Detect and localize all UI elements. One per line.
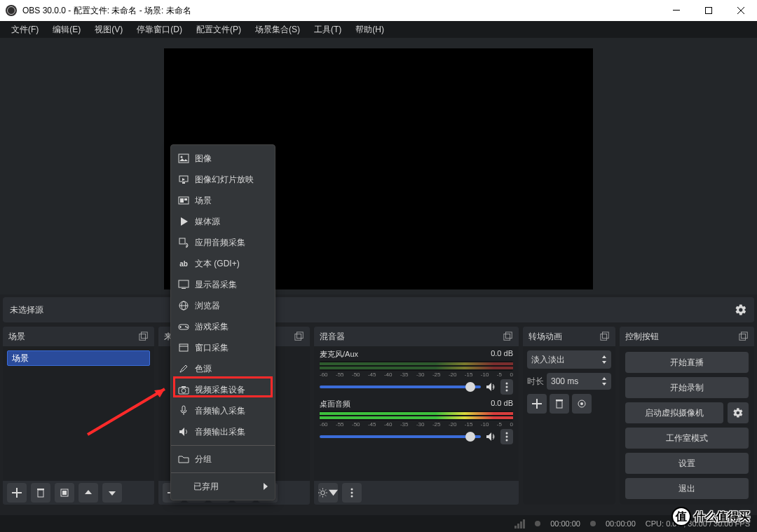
- svg-rect-49: [179, 238, 185, 244]
- start-recording-button[interactable]: 开始录制: [625, 377, 749, 398]
- svg-rect-63: [182, 386, 186, 388]
- menu-scene-collection[interactable]: 场景集合(S): [248, 21, 307, 39]
- source-app-audio[interactable]: 应用音频采集: [171, 232, 275, 253]
- remove-scene-button[interactable]: [31, 483, 50, 503]
- mixer-menu-button[interactable]: [342, 483, 362, 503]
- channel-menu-button[interactable]: [500, 429, 513, 444]
- transition-select[interactable]: 淡入淡出: [527, 350, 611, 369]
- channel-menu-button[interactable]: [500, 379, 513, 395]
- image-icon: [178, 153, 189, 164]
- settings-button[interactable]: 设置: [625, 453, 749, 474]
- dock-transitions: 转场动画 淡入淡出 时长 300 ms: [523, 327, 615, 505]
- source-media[interactable]: 媒体源: [171, 211, 275, 232]
- exit-button[interactable]: 退出: [625, 478, 749, 499]
- svg-point-59: [186, 327, 188, 328]
- undock-icon[interactable]: [600, 332, 610, 341]
- svg-rect-48: [184, 198, 187, 200]
- rec-indicator: [590, 521, 596, 526]
- transition-properties-button[interactable]: [572, 394, 592, 414]
- mixer-channel-desktop: 桌面音频0.0 dB -60-55-50-45-40-35-30-25-20-1…: [314, 396, 519, 446]
- brush-icon: [178, 363, 189, 374]
- preview-area: [0, 38, 757, 294]
- source-video-capture[interactable]: 视频采集设备: [171, 379, 275, 400]
- scene-item[interactable]: 场景: [7, 350, 150, 366]
- scene-icon: [178, 195, 189, 206]
- speaker-icon[interactable]: [485, 381, 496, 393]
- undock-icon[interactable]: [739, 332, 749, 341]
- minimize-button[interactable]: [660, 0, 693, 21]
- svg-rect-9: [37, 489, 44, 490]
- menu-profile[interactable]: 配置文件(P): [189, 21, 248, 39]
- svg-rect-20: [504, 334, 510, 341]
- undock-icon[interactable]: [294, 332, 304, 341]
- virtual-cam-settings-button[interactable]: [728, 402, 749, 423]
- svg-rect-51: [182, 288, 186, 289]
- undock-icon[interactable]: [139, 332, 149, 341]
- mixer-settings-button[interactable]: [318, 483, 338, 503]
- svg-point-30: [351, 492, 353, 494]
- start-streaming-button[interactable]: 开始直播: [625, 352, 749, 373]
- scene-down-button[interactable]: [102, 483, 122, 503]
- source-toolbar: 未选择源: [3, 297, 754, 322]
- scene-filters-button[interactable]: [55, 483, 74, 503]
- svg-point-29: [351, 489, 353, 491]
- svg-rect-13: [297, 332, 304, 339]
- watermark: 值 什么值得买: [671, 507, 750, 526]
- source-color[interactable]: 色源: [171, 358, 275, 379]
- watermark-text: 什么值得买: [694, 510, 750, 524]
- display-icon: [178, 279, 189, 290]
- app-audio-icon: [178, 237, 189, 248]
- network-icon: [514, 519, 525, 528]
- menu-view[interactable]: 视图(V): [88, 21, 130, 39]
- source-slideshow[interactable]: 图像幻灯片放映: [171, 169, 275, 190]
- svg-point-26: [506, 436, 508, 438]
- dock-controls-title: 控制按钮: [625, 331, 659, 343]
- duration-input[interactable]: 300 ms: [547, 373, 611, 390]
- menu-file[interactable]: 文件(F): [4, 21, 46, 39]
- studio-mode-button[interactable]: 工作室模式: [625, 428, 749, 449]
- svg-rect-11: [62, 491, 67, 495]
- svg-point-22: [506, 383, 508, 385]
- svg-point-23: [506, 386, 508, 388]
- source-image[interactable]: 图像: [171, 148, 275, 169]
- undock-icon[interactable]: [503, 332, 513, 341]
- volume-slider[interactable]: [320, 435, 481, 438]
- svg-rect-45: [182, 182, 185, 184]
- source-display[interactable]: 显示器采集: [171, 274, 275, 295]
- source-scene[interactable]: 场景: [171, 190, 275, 211]
- speaker-icon[interactable]: [485, 431, 496, 442]
- close-button[interactable]: [725, 0, 757, 21]
- source-audio-input[interactable]: 音频输入采集: [171, 400, 275, 421]
- volume-slider[interactable]: [320, 386, 481, 388]
- menu-docks[interactable]: 停靠窗口(D): [130, 21, 189, 39]
- scene-up-button[interactable]: [79, 483, 98, 503]
- source-game[interactable]: 游戏采集: [171, 316, 275, 337]
- no-source-label: 未选择源: [10, 304, 43, 316]
- source-browser[interactable]: 浏览器: [171, 295, 275, 316]
- source-deprecated[interactable]: 已弃用: [171, 476, 275, 497]
- svg-rect-47: [180, 198, 184, 203]
- source-text[interactable]: ab文本 (GDI+): [171, 253, 275, 274]
- svg-rect-36: [557, 401, 562, 408]
- gear-icon[interactable]: [735, 303, 747, 316]
- window-icon: [178, 342, 189, 353]
- obs-logo-icon: [6, 5, 17, 16]
- svg-point-39: [580, 402, 583, 405]
- menu-tools[interactable]: 工具(T): [307, 21, 348, 39]
- add-transition-button[interactable]: [527, 394, 547, 414]
- source-group[interactable]: 分组: [171, 449, 275, 470]
- menu-help[interactable]: 帮助(H): [348, 21, 391, 39]
- dock-scenes: 场景 场景: [3, 327, 154, 505]
- maximize-button[interactable]: [693, 0, 725, 21]
- window-title: OBS 30.0.0 - 配置文件: 未命名 - 场景: 未命名: [22, 5, 191, 17]
- add-scene-button[interactable]: [7, 483, 27, 503]
- menu-edit[interactable]: 编辑(E): [46, 21, 88, 39]
- svg-rect-0: [673, 10, 680, 11]
- remove-transition-button[interactable]: [550, 394, 569, 414]
- svg-rect-50: [179, 280, 189, 287]
- source-window[interactable]: 窗口采集: [171, 337, 275, 358]
- svg-rect-42: [179, 154, 189, 163]
- svg-rect-41: [742, 332, 748, 339]
- start-virtual-cam-button[interactable]: 启动虚拟摄像机: [625, 402, 723, 423]
- source-audio-output[interactable]: 音频输出采集: [171, 421, 275, 442]
